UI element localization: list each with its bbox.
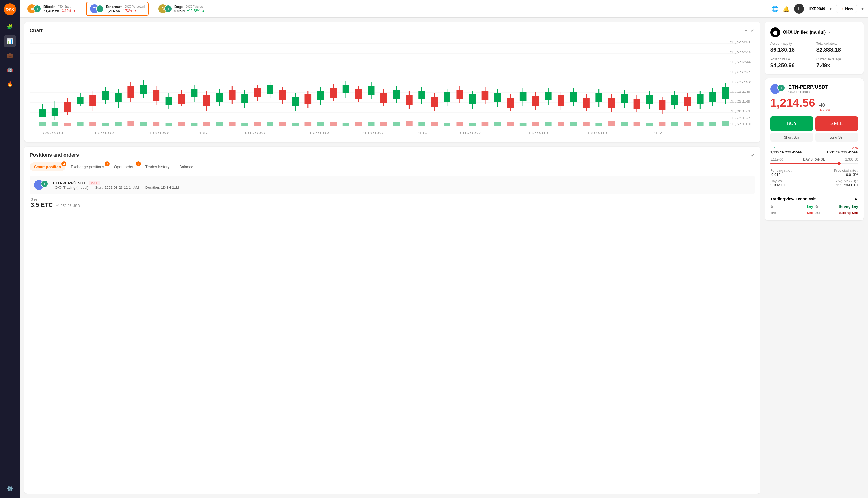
tv-signal-1m: 1m Buy (770, 205, 813, 209)
days-range-fill (770, 163, 841, 164)
svg-rect-175 (634, 121, 640, 126)
svg-text:17: 17 (653, 131, 663, 134)
svg-rect-21 (52, 108, 59, 116)
svg-rect-41 (178, 94, 185, 104)
svg-rect-29 (102, 91, 109, 100)
tradingview-header[interactable]: TradingView Technicals ▲ (770, 196, 858, 201)
svg-rect-117 (659, 101, 666, 110)
tab-trades-history[interactable]: Trades history (141, 162, 174, 171)
chart-controls: − ⤢ (744, 27, 755, 34)
avatar[interactable]: H (794, 4, 804, 14)
sidebar-item-settings[interactable]: ⚙️ (4, 483, 16, 495)
svg-rect-85 (456, 90, 463, 99)
days-range: 1,119.00 DAY'S RANGE 1,300.00 (770, 157, 858, 164)
svg-rect-135 (127, 121, 134, 126)
crypto-pair-eth[interactable]: Ξ T Ethereum OKX Perpetual 1,214.56 -4.7… (86, 2, 148, 16)
positions-expand-button[interactable]: ⤢ (751, 152, 755, 158)
positions-card: Positions and orders − ⤢ Smart position … (24, 146, 760, 494)
tv-signal-15m: 15m Sell (770, 211, 813, 215)
positions-controls: − ⤢ (744, 152, 755, 158)
svg-rect-182 (722, 121, 729, 126)
translate-icon[interactable]: 🌐 (772, 5, 778, 12)
position-pair: ETH-PERP/USDT (53, 181, 86, 185)
position-info: ETH-PERP/USDT Sell OKX Trading (mudui) S… (53, 181, 179, 189)
position-size-label: Size (31, 198, 754, 201)
tv-signal-5m: 5m Strong Buy (815, 205, 858, 209)
account-header[interactable]: ⬤ OKX Unified (mudui) ▾ (770, 27, 858, 37)
account-stat-collateral: Total collateral $2,838.18 (816, 42, 858, 53)
btc-usdt-icon: T (34, 5, 41, 13)
main-container: ₿ T Bitcoin FTX Spot 21,406.56 -3.16% ▼ … (20, 0, 868, 498)
btc-info: Bitcoin FTX Spot 21,406.56 -3.16% ▼ (43, 5, 76, 13)
sidebar-item-puzzle[interactable]: 🧩 (4, 21, 16, 33)
sidebar-item-briefcase[interactable]: 💼 (4, 49, 16, 62)
svg-rect-75 (393, 90, 400, 99)
svg-rect-99 (545, 92, 552, 101)
svg-rect-35 (140, 84, 147, 94)
chart-minimize-button[interactable]: − (744, 27, 748, 34)
crypto-pair-doge[interactable]: Ð T Doge OKX Futures 0.0629 +15.78% ▲ (155, 2, 208, 15)
position-type-badge: Sell (89, 181, 100, 185)
sidebar-item-bot[interactable]: 🤖 (4, 64, 16, 76)
trade-buttons: BUY SELL (770, 116, 858, 131)
tab-balance[interactable]: Balance (175, 162, 198, 171)
svg-rect-89 (482, 91, 489, 100)
svg-rect-159 (431, 122, 438, 126)
crypto-pair-btc[interactable]: ₿ T Bitcoin FTX Spot 21,406.56 -3.16% ▼ (24, 2, 80, 15)
svg-rect-143 (229, 122, 235, 126)
svg-rect-101 (558, 95, 565, 106)
svg-rect-164 (494, 122, 501, 126)
buy-button[interactable]: BUY (770, 116, 813, 131)
svg-text:15: 15 (198, 131, 208, 134)
svg-rect-152 (342, 123, 349, 126)
svg-rect-69 (355, 90, 362, 99)
svg-rect-125 (709, 92, 716, 102)
svg-rect-25 (77, 97, 84, 104)
new-chevron-icon[interactable]: ▾ (861, 6, 864, 11)
position-usdt-icon: T (41, 180, 48, 188)
sidebar-logo[interactable]: OKX (4, 3, 16, 15)
svg-rect-63 (318, 91, 324, 101)
sell-button[interactable]: SELL (815, 116, 858, 131)
new-button[interactable]: ⊕ New (836, 5, 857, 13)
trading-pair-info: ETH-PERP/USDT OKX Perpetual (788, 84, 828, 94)
svg-rect-87 (469, 94, 476, 104)
bid-label: Bid (770, 146, 802, 150)
positions-title: Positions and orders (30, 152, 79, 158)
user-chevron-icon[interactable]: ▾ (830, 6, 832, 11)
svg-rect-163 (482, 121, 489, 126)
left-panel: Chart − ⤢ 1,228 1,226 1,224 1,222 1,220 (24, 22, 760, 494)
svg-text:1,212: 1,212 (730, 116, 751, 119)
svg-rect-109 (608, 98, 615, 108)
svg-rect-162 (469, 123, 476, 126)
sidebar-item-chart[interactable]: 📊 (4, 35, 16, 47)
right-panel: ⬤ OKX Unified (mudui) ▾ Account equity $… (765, 22, 864, 494)
svg-rect-119 (672, 95, 678, 105)
svg-rect-91 (494, 93, 501, 102)
svg-rect-27 (90, 95, 96, 106)
short-buy-button[interactable]: Short Buy (770, 133, 813, 142)
short-long-buttons: Short Buy Long Sell (770, 133, 858, 142)
sidebar-item-fire[interactable]: 🔥 (4, 78, 16, 90)
funding-rate-item: Funding rate : -0.012 (770, 169, 813, 177)
bell-icon[interactable]: 🔔 (783, 5, 790, 12)
tab-exchange-positions[interactable]: Exchange positions 2 (66, 162, 108, 171)
tab-smart-position[interactable]: Smart position 3 (30, 162, 65, 171)
chart-expand-button[interactable]: ⤢ (751, 27, 755, 34)
svg-text:18:00: 18:00 (363, 131, 384, 134)
svg-rect-51 (241, 94, 248, 103)
svg-rect-130 (64, 123, 71, 126)
svg-rect-97 (532, 96, 539, 106)
svg-rect-37 (153, 90, 160, 101)
svg-rect-128 (39, 122, 46, 126)
positions-minimize-button[interactable]: − (744, 152, 748, 158)
long-sell-button[interactable]: Long Sell (815, 133, 858, 142)
svg-rect-53 (254, 88, 261, 97)
svg-rect-181 (709, 122, 716, 126)
tab-open-orders[interactable]: Open orders 3 (109, 162, 140, 171)
svg-rect-43 (191, 89, 198, 97)
svg-rect-154 (368, 122, 375, 126)
candlestick-chart: 1,228 1,226 1,224 1,222 1,220 1,218 1,21… (30, 38, 755, 136)
chart-card: Chart − ⤢ 1,228 1,226 1,224 1,222 1,220 (24, 22, 760, 142)
bid-section: Bid 1,213.56 222.45566 (770, 146, 802, 154)
